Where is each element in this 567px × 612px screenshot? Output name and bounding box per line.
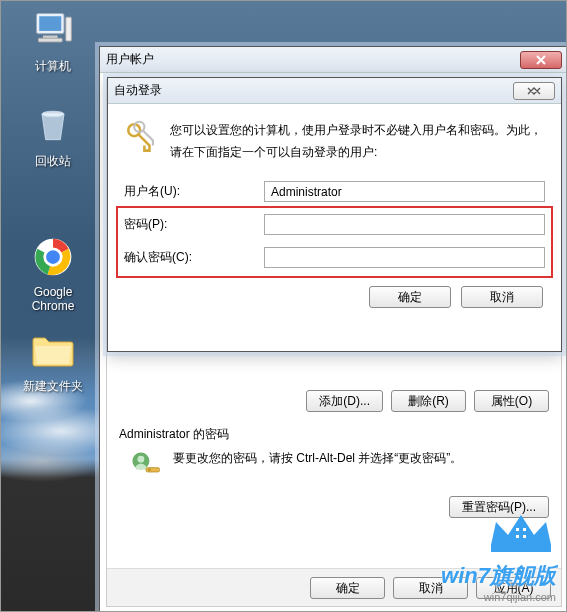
password-section-text: 要更改您的密码，请按 Ctrl-Alt-Del 并选择“更改密码”。 xyxy=(173,449,549,468)
confirm-password-row: 确认密码(C): xyxy=(124,247,545,268)
cancel-button[interactable]: 取消 xyxy=(393,577,468,599)
svg-rect-10 xyxy=(146,468,160,472)
highlighted-password-area: 密码(P): 确认密码(C): xyxy=(116,206,553,278)
desktop-icon-recycle-bin[interactable]: 回收站 xyxy=(16,101,90,170)
user-key-icon xyxy=(129,449,163,486)
password-section-title: Administrator 的密码 xyxy=(119,426,549,443)
properties-button[interactable]: 属性(O) xyxy=(474,390,549,412)
svg-rect-1 xyxy=(39,16,61,31)
window-footer: 确定 取消 应用(A) xyxy=(107,568,561,606)
close-icon[interactable] xyxy=(520,51,562,69)
desktop-icon-label: 新建文件夹 xyxy=(7,378,99,395)
reset-password-button[interactable]: 重置密码(P)... xyxy=(449,496,549,518)
window-titlebar[interactable]: 用户帐户 xyxy=(100,47,567,73)
svg-rect-4 xyxy=(66,17,72,41)
username-label: 用户名(U): xyxy=(124,183,264,200)
password-input[interactable] xyxy=(264,214,545,235)
svg-point-11 xyxy=(148,469,151,472)
auto-login-dialog: 自动登录 您可以设置您的计算机，使用户登录时不必键入用户名和密码。为此，请在下面… xyxy=(107,77,562,352)
apply-button[interactable]: 应用(A) xyxy=(476,577,551,599)
svg-point-5 xyxy=(42,111,64,117)
desktop-icon-chrome[interactable]: Google Chrome xyxy=(16,233,90,313)
window-title: 用户帐户 xyxy=(106,51,520,68)
svg-rect-3 xyxy=(38,38,62,42)
cancel-button[interactable]: 取消 xyxy=(461,286,543,308)
dialog-title: 自动登录 xyxy=(114,82,513,99)
ok-button[interactable]: 确定 xyxy=(310,577,385,599)
computer-icon xyxy=(29,6,77,54)
svg-point-7 xyxy=(45,249,62,266)
confirm-password-input[interactable] xyxy=(264,247,545,268)
desktop-icon-label: Google Chrome xyxy=(16,285,90,313)
folder-icon xyxy=(29,326,77,374)
svg-point-9 xyxy=(138,456,145,463)
dialog-info-text: 您可以设置您的计算机，使用户登录时不必键入用户名和密码。为此，请在下面指定一个可… xyxy=(170,120,545,163)
user-list-buttons: 添加(D)... 删除(R) 属性(O) xyxy=(119,390,549,412)
add-button[interactable]: 添加(D)... xyxy=(306,390,383,412)
password-label: 密码(P): xyxy=(124,216,264,233)
username-row: 用户名(U): xyxy=(124,181,545,202)
desktop-icon-label: 回收站 xyxy=(16,153,90,170)
desktop-icon-computer[interactable]: 计算机 xyxy=(16,6,90,75)
desktop-icon-label: 计算机 xyxy=(16,58,90,75)
delete-button[interactable]: 删除(R) xyxy=(391,390,466,412)
close-icon[interactable] xyxy=(513,82,555,100)
confirm-password-label: 确认密码(C): xyxy=(124,249,264,266)
ok-button[interactable]: 确定 xyxy=(369,286,451,308)
password-row: 密码(P): xyxy=(124,214,545,235)
chrome-icon xyxy=(29,233,77,281)
dialog-titlebar[interactable]: 自动登录 xyxy=(108,78,561,104)
password-section: Administrator 的密码 要更改您的密码，请按 Ctrl-Alt-De… xyxy=(119,426,549,518)
desktop-icon-new-folder[interactable]: 新建文件夹 xyxy=(7,326,99,395)
keys-icon xyxy=(124,120,158,157)
recycle-bin-icon xyxy=(29,101,77,149)
username-input[interactable] xyxy=(264,181,545,202)
